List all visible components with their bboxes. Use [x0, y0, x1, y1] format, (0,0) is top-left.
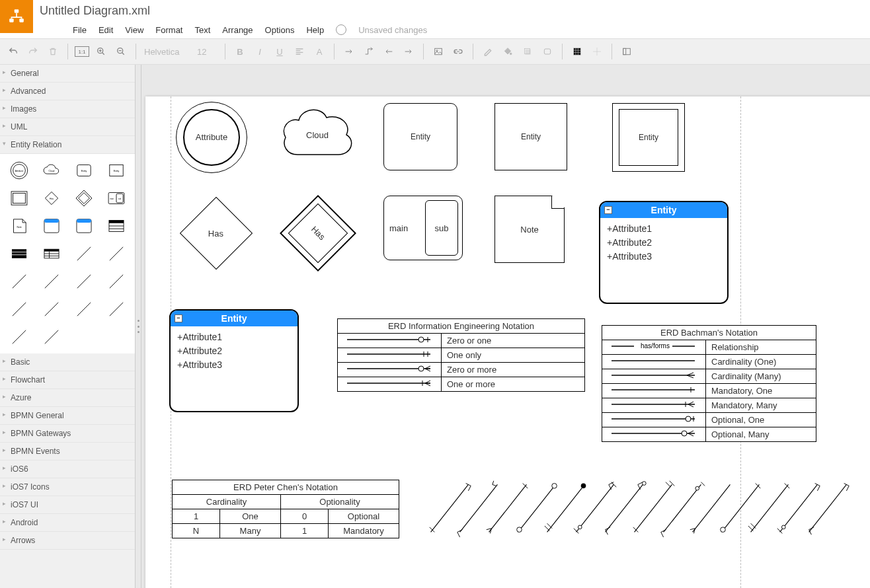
font-family-input[interactable]	[143, 46, 192, 57]
palette-bpmn-events[interactable]: BPMN Events	[0, 443, 135, 460]
menu-edit[interactable]: Edit	[99, 25, 113, 35]
entity-table-2[interactable]: −Entity +Attribute1+Attribute2+Attribute…	[169, 309, 299, 412]
font-color-button[interactable]: A	[311, 44, 327, 59]
waypoint-button[interactable]	[361, 44, 377, 59]
font-size-input[interactable]	[196, 46, 218, 57]
shape-line8[interactable]	[36, 297, 66, 322]
menu-file[interactable]: File	[73, 25, 87, 35]
guides-button[interactable]	[589, 44, 605, 59]
palette-android[interactable]: Android	[0, 514, 135, 532]
shape-line6[interactable]	[101, 269, 131, 294]
zoom-in-button[interactable]	[93, 44, 109, 59]
cloud-shape[interactable]: Cloud	[278, 103, 357, 166]
shape-erd-rows1[interactable]	[4, 241, 34, 266]
language-icon[interactable]	[336, 24, 346, 35]
shape-entity-table-blue2[interactable]	[69, 213, 99, 239]
palette-bpmn-general[interactable]: BPMN General	[0, 407, 135, 425]
shape-attribute[interactable]: Attribute	[4, 158, 34, 183]
menu-format[interactable]: Format	[155, 25, 182, 35]
link-button[interactable]	[450, 44, 466, 59]
shape-line3[interactable]	[4, 269, 34, 294]
palette-ios7-icons[interactable]: iOS7 Icons	[0, 478, 135, 496]
grid-button[interactable]	[569, 44, 585, 59]
menu-view[interactable]: View	[125, 25, 143, 35]
shape-cloud[interactable]: Cloud	[36, 158, 66, 183]
canvas[interactable]: Attribute Cloud Entity Entity Entity Has…	[141, 65, 870, 588]
sidebar-splitter[interactable]	[136, 65, 141, 588]
has-double-diamond-shape[interactable]: Has	[280, 195, 356, 272]
collapse-icon[interactable]: −	[175, 314, 182, 322]
shape-note[interactable]: Note	[4, 213, 34, 239]
zoom-out-button[interactable]	[113, 44, 129, 59]
erd-ie-table[interactable]: ERD Information Engineering Notation Zer…	[337, 318, 585, 392]
erd-bachman-table[interactable]: ERD Bachman's Notation has/formsRelation…	[602, 325, 816, 442]
shadow-button[interactable]	[520, 44, 535, 59]
align-button[interactable]	[292, 44, 307, 59]
entity-table-1[interactable]: −Entity +Attribute1+Attribute2+Attribute…	[599, 201, 729, 304]
palette-advanced[interactable]: Advanced	[0, 83, 135, 100]
line-start-button[interactable]	[381, 44, 397, 59]
redo-button[interactable]	[25, 44, 41, 59]
underline-button[interactable]: U	[272, 44, 288, 59]
shape-line1[interactable]	[69, 241, 99, 266]
shape-entity-table-blue[interactable]	[36, 213, 66, 239]
menu-arrange[interactable]: Arrange	[222, 25, 253, 35]
connector-line-13[interactable]	[801, 478, 854, 538]
attribute-shape[interactable]: Attribute	[176, 102, 247, 173]
palette-uml[interactable]: UML	[0, 118, 135, 136]
palette-arrows[interactable]: Arrows	[0, 532, 135, 550]
palette-azure[interactable]: Azure	[0, 389, 135, 407]
shape-erd-table-black[interactable]	[101, 213, 131, 239]
erd-chen-table[interactable]: ERD Peter Chen's Notation CardinalityOpt…	[172, 480, 399, 538]
palette-ios7-ui[interactable]: iOS7 UI	[0, 496, 135, 514]
fill-color-button[interactable]	[500, 44, 516, 59]
shape-main-sub[interactable]: mainsub	[101, 186, 131, 211]
has-diamond-shape[interactable]: Has	[180, 197, 253, 270]
main-sub-shape[interactable]: main sub	[383, 196, 463, 260]
palette-entity-relation[interactable]: Entity Relation	[0, 136, 135, 154]
shape-has-diamond[interactable]: Has	[36, 186, 66, 211]
line-end-button[interactable]	[401, 44, 416, 59]
document-title[interactable]: Untitled Diagram.xml	[40, 4, 150, 18]
entity-double-shape[interactable]: Entity	[612, 103, 685, 172]
shape-line10[interactable]	[101, 297, 131, 322]
entity-rounded-shape[interactable]: Entity	[383, 103, 457, 170]
menu-text[interactable]: Text	[194, 25, 210, 35]
entity-rect-shape[interactable]: Entity	[494, 103, 567, 170]
app-logo[interactable]	[0, 0, 33, 33]
palette-flowchart[interactable]: Flowchart	[0, 371, 135, 389]
shape-line9[interactable]	[69, 297, 99, 322]
connection-button[interactable]	[341, 44, 357, 59]
actual-size-button[interactable]: 1:1	[75, 46, 89, 57]
menu-options[interactable]: Options	[265, 25, 295, 35]
collapse-icon[interactable]: −	[604, 206, 612, 214]
shape-entity-double[interactable]	[4, 186, 34, 211]
shape-line11[interactable]	[4, 324, 34, 349]
shape-line7[interactable]	[4, 297, 34, 322]
drawing-page[interactable]: Attribute Cloud Entity Entity Entity Has…	[145, 96, 870, 588]
image-button[interactable]	[430, 44, 446, 59]
palette-images[interactable]: Images	[0, 100, 135, 118]
shape-line5[interactable]	[69, 269, 99, 294]
palette-bpmn-gateways[interactable]: BPMN Gateways	[0, 425, 135, 443]
outline-button[interactable]	[619, 44, 635, 59]
shape-has-double-diamond[interactable]	[69, 186, 99, 211]
shape-entity-rect[interactable]: Entity	[101, 158, 131, 183]
palette-general[interactable]: General	[0, 65, 135, 83]
menu-help[interactable]: Help	[306, 25, 324, 35]
rounded-button[interactable]	[539, 44, 555, 59]
shape-line2[interactable]	[101, 241, 131, 266]
palette-ios6[interactable]: iOS6	[0, 460, 135, 478]
svg-point-98	[578, 525, 582, 529]
delete-button[interactable]	[45, 44, 61, 59]
shape-line12[interactable]	[36, 324, 66, 349]
undo-button[interactable]	[5, 44, 21, 59]
palette-basic[interactable]: Basic	[0, 353, 135, 371]
note-shape[interactable]: Note	[494, 196, 565, 263]
shape-line4[interactable]	[36, 269, 66, 294]
bold-button[interactable]: B	[232, 44, 248, 59]
shape-entity-rounded[interactable]: Entity	[69, 158, 99, 183]
italic-button[interactable]: I	[252, 44, 268, 59]
stroke-color-button[interactable]	[480, 44, 496, 59]
shape-erd-rows2[interactable]	[36, 241, 66, 266]
